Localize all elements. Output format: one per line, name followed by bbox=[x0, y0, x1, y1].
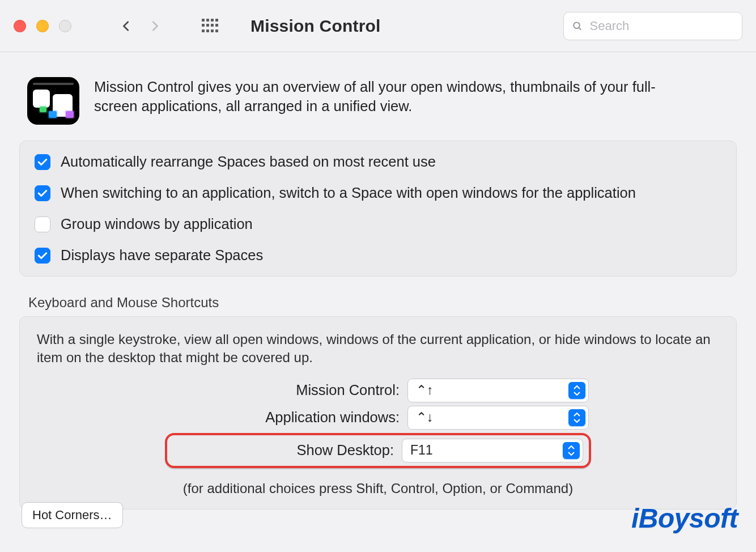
shortcut-select-mission-control[interactable]: ⌃↑ bbox=[407, 379, 589, 402]
checkbox-rearrange-spaces[interactable]: Automatically rearrange Spaces based on … bbox=[35, 154, 721, 170]
search-icon bbox=[572, 20, 583, 32]
chevrons-icon bbox=[563, 442, 580, 459]
zoom-window-button[interactable] bbox=[59, 20, 71, 32]
chevrons-icon bbox=[568, 409, 585, 426]
hot-corners-button[interactable]: Hot Corners… bbox=[22, 502, 123, 528]
shortcut-show-desktop-highlighted: Show Desktop: F11 bbox=[165, 433, 591, 468]
nav-controls bbox=[114, 14, 167, 38]
checkbox-switch-space[interactable]: When switching to an application, switch… bbox=[35, 185, 721, 201]
shortcut-rows: Mission Control: ⌃↑ Application windows:… bbox=[35, 379, 721, 468]
titlebar: Mission Control bbox=[0, 0, 756, 52]
shortcut-application-windows: Application windows: ⌃↓ bbox=[167, 406, 589, 430]
shortcut-label: Show Desktop: bbox=[173, 442, 394, 458]
checkbox-label: When switching to an application, switch… bbox=[61, 185, 636, 201]
checkbox-separate-spaces[interactable]: Displays have separate Spaces bbox=[35, 247, 721, 264]
forward-button[interactable] bbox=[143, 14, 167, 38]
shortcut-select-show-desktop[interactable]: F11 bbox=[402, 439, 583, 462]
shortcut-select-application-windows[interactable]: ⌃↓ bbox=[407, 406, 589, 430]
shortcut-mission-control: Mission Control: ⌃↑ bbox=[167, 379, 589, 402]
mission-control-icon bbox=[27, 77, 79, 125]
search-input[interactable] bbox=[590, 19, 734, 33]
back-button[interactable] bbox=[114, 14, 138, 38]
window-controls bbox=[14, 20, 71, 32]
shortcuts-section-title: Keyboard and Mouse Shortcuts bbox=[28, 295, 742, 311]
checkbox-icon bbox=[35, 248, 50, 264]
checkbox-icon bbox=[35, 185, 50, 201]
checkbox-list: Automatically rearrange Spaces based on … bbox=[35, 154, 721, 264]
checkbox-icon bbox=[35, 154, 50, 170]
intro-row: Mission Control gives you an overview of… bbox=[14, 73, 742, 141]
svg-line-1 bbox=[579, 27, 581, 29]
shortcut-value: F11 bbox=[410, 443, 433, 458]
search-field[interactable] bbox=[563, 12, 742, 40]
shortcuts-panel: With a single keystroke, view all open w… bbox=[19, 316, 737, 509]
preferences-window: Mission Control Mission Control gives yo… bbox=[0, 0, 756, 552]
checkbox-label: Group windows by application bbox=[61, 216, 253, 232]
shortcut-label: Mission Control: bbox=[167, 382, 400, 398]
content-area: Mission Control gives you an overview of… bbox=[0, 52, 756, 509]
shortcut-value: ⌃↑ bbox=[416, 383, 434, 398]
checkbox-icon bbox=[35, 216, 50, 232]
shortcut-label: Application windows: bbox=[167, 409, 400, 426]
shortcut-value: ⌃↓ bbox=[416, 410, 434, 425]
checkbox-label: Displays have separate Spaces bbox=[61, 247, 263, 264]
chevrons-icon bbox=[568, 382, 585, 399]
checkbox-label: Automatically rearrange Spaces based on … bbox=[61, 154, 436, 170]
intro-text: Mission Control gives you an overview of… bbox=[94, 77, 695, 116]
show-all-prefs-button[interactable] bbox=[202, 19, 216, 33]
watermark-logo: iBoysoft bbox=[631, 503, 738, 534]
checkbox-group-windows[interactable]: Group windows by application bbox=[35, 216, 721, 232]
page-title: Mission Control bbox=[250, 16, 381, 36]
options-panel: Automatically rearrange Spaces based on … bbox=[19, 141, 737, 277]
minimize-window-button[interactable] bbox=[36, 20, 49, 32]
close-window-button[interactable] bbox=[14, 20, 26, 32]
shortcuts-hint: With a single keystroke, view all open w… bbox=[35, 329, 721, 379]
shortcuts-footnote: (for additional choices press Shift, Con… bbox=[35, 481, 721, 496]
svg-point-0 bbox=[574, 22, 580, 28]
